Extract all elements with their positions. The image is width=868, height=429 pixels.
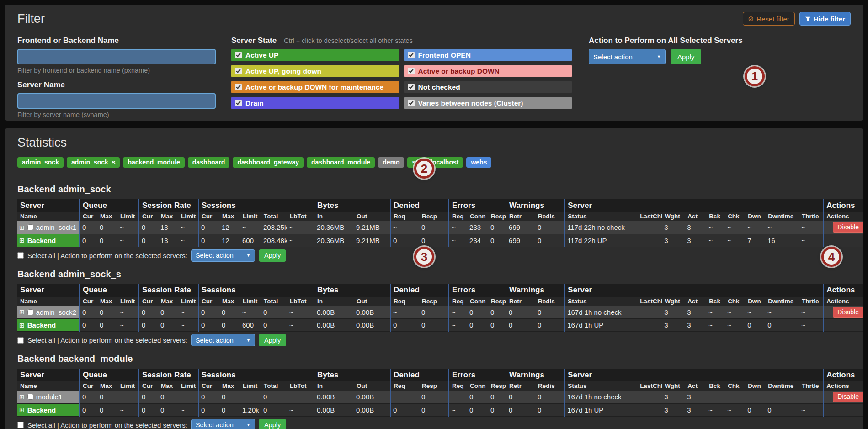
cell-in: 0.00B	[314, 403, 354, 416]
cell-resp: 0	[419, 391, 449, 403]
checkbox-icon[interactable]	[235, 52, 242, 58]
row-checkbox[interactable]	[27, 309, 33, 315]
global-apply-button[interactable]: Apply	[671, 49, 701, 64]
cell-max: 0	[97, 403, 117, 416]
cell-redis: 0	[535, 221, 564, 234]
column-group-denied: Denied	[390, 199, 449, 212]
state-option-varies-between-nodes-cluster[interactable]: Varies between nodes (Cluster)	[404, 97, 572, 109]
expand-icon[interactable]: ⊞	[19, 224, 25, 231]
backend-tag-webs[interactable]: webs	[466, 157, 491, 168]
cell-out: 0.00B	[354, 403, 390, 416]
cell-lastchk	[637, 306, 662, 319]
hide-filter-button[interactable]: Hide filter	[799, 12, 851, 26]
cell-in: 20.36MB	[314, 234, 354, 247]
table-action-select[interactable]: Select action▼	[191, 249, 255, 262]
cell-retr: 0	[506, 391, 535, 403]
table-action-select[interactable]: Select action▼	[191, 334, 255, 346]
reset-filter-label: Reset filter	[756, 15, 789, 23]
backend-tag-admin-sock[interactable]: admin_sock	[17, 157, 64, 168]
column-group-server: Server	[17, 284, 80, 297]
server-name-wrap: ⊞admin_sock1	[17, 221, 79, 234]
state-option-active-up-going-down[interactable]: Active UP, going down	[231, 65, 399, 77]
column-max: Max	[97, 381, 117, 391]
checkbox-icon[interactable]	[235, 100, 242, 106]
backend-tag-dashboard-module[interactable]: dashboard_module	[307, 157, 375, 168]
column-limit: Limit	[117, 297, 139, 306]
server-state-label: Server State	[231, 36, 277, 45]
select-all-checkbox[interactable]	[17, 337, 24, 344]
cell-max: 0	[219, 403, 240, 416]
column-act: Act	[685, 381, 706, 391]
table-apply-button[interactable]: Apply	[259, 419, 286, 429]
column-lastchk: LastChk	[637, 297, 662, 306]
expand-icon[interactable]: ⊞	[19, 237, 25, 244]
global-action-select[interactable]: Select action ▼	[589, 49, 666, 64]
expand-icon[interactable]: ⊞	[19, 322, 25, 328]
state-option-active-up[interactable]: Active UP	[231, 49, 399, 61]
column-group-bytes: Bytes	[314, 369, 390, 381]
column-wght: Wght	[662, 212, 685, 221]
cell-lastchk	[637, 391, 662, 403]
disable-button[interactable]: Disable	[833, 222, 863, 233]
column-thrtle: Thrtle	[799, 212, 823, 221]
cell-status: 167d 1h UP	[564, 319, 637, 332]
checkbox-icon[interactable]	[235, 68, 242, 74]
column-act: Act	[685, 212, 706, 221]
checkbox-icon[interactable]	[235, 84, 242, 90]
backend-tag-dashboard[interactable]: dashboard	[188, 157, 230, 168]
table-apply-button[interactable]: Apply	[259, 334, 286, 346]
table-sub-header: NameCurMaxLimitCurMaxLimitCurMaxLimitTot…	[17, 297, 863, 306]
row-checkbox[interactable]	[27, 224, 33, 230]
backend-tag-demo[interactable]: demo	[378, 157, 404, 168]
cell-chk: ~	[725, 319, 745, 332]
expand-icon[interactable]: ⊞	[19, 407, 25, 413]
cell-max: 0	[97, 306, 117, 319]
cell-dwntime: 0	[765, 319, 799, 332]
select-all-checkbox[interactable]	[17, 422, 24, 428]
state-option-frontend-open[interactable]: Frontend OPEN	[404, 49, 572, 61]
column-conn: Conn	[467, 381, 488, 391]
cell-status: 117d 22h no check	[564, 221, 637, 234]
svname-input[interactable]	[17, 93, 216, 109]
state-option-active-or-backup-down[interactable]: Active or backup DOWN	[404, 65, 572, 77]
state-option-active-or-backup-down-for-maintenance[interactable]: Active or backup DOWN for maintenance	[231, 81, 399, 93]
server-name-wrap: ⊞admin_sock2	[17, 306, 79, 319]
column-group-actions: Actions	[823, 284, 863, 297]
server-name: admin_sock2	[36, 308, 76, 316]
column-in: In	[314, 381, 354, 391]
expand-icon[interactable]: ⊞	[19, 309, 25, 315]
state-option-not-checked[interactable]: Not checked	[404, 81, 572, 93]
pxname-input[interactable]	[17, 49, 216, 64]
column-group-session-rate: Session Rate	[139, 284, 198, 297]
column-cur: Cur	[80, 297, 97, 306]
checkbox-icon[interactable]	[408, 52, 415, 58]
state-option-drain[interactable]: Drain	[231, 97, 399, 109]
cell-max: 0	[97, 391, 117, 403]
cell-thrtle: ~	[799, 403, 823, 416]
reset-filter-button[interactable]: ⊘ Reset filter	[743, 12, 795, 26]
column-max: Max	[219, 381, 240, 391]
checkbox-icon[interactable]	[408, 100, 415, 106]
table-apply-button[interactable]: Apply	[259, 249, 286, 262]
backend-tag-backend-module[interactable]: backend_module	[123, 157, 184, 168]
column-dwn: Dwn	[745, 212, 765, 221]
backend-tag-admin-sock-s[interactable]: admin_sock_s	[67, 157, 120, 168]
checkbox-icon[interactable]	[408, 68, 415, 74]
select-all-checkbox[interactable]	[17, 252, 24, 259]
column-group-bytes: Bytes	[314, 199, 390, 212]
disable-button[interactable]: Disable	[833, 307, 863, 318]
column-group-session-rate: Session Rate	[139, 369, 198, 381]
column-resp: Resp	[488, 212, 506, 221]
cell-redis: 0	[535, 306, 564, 319]
backend-section-admin-sock: Backend admin_sockServerQueueSession Rat…	[17, 184, 851, 262]
cell-limit: ~	[240, 221, 261, 234]
row-checkbox[interactable]	[27, 394, 33, 400]
column-group-errors: Errors	[449, 369, 506, 381]
cell-thrtle: ~	[799, 391, 823, 403]
table-action-select[interactable]: Select action▼	[191, 419, 255, 429]
backend-tag-dashboard-gateway[interactable]: dashboard_gateway	[233, 157, 304, 168]
checkbox-icon[interactable]	[408, 84, 415, 90]
cell-out: 9.21MB	[354, 221, 390, 234]
expand-icon[interactable]: ⊞	[19, 394, 25, 400]
disable-button[interactable]: Disable	[833, 392, 863, 402]
